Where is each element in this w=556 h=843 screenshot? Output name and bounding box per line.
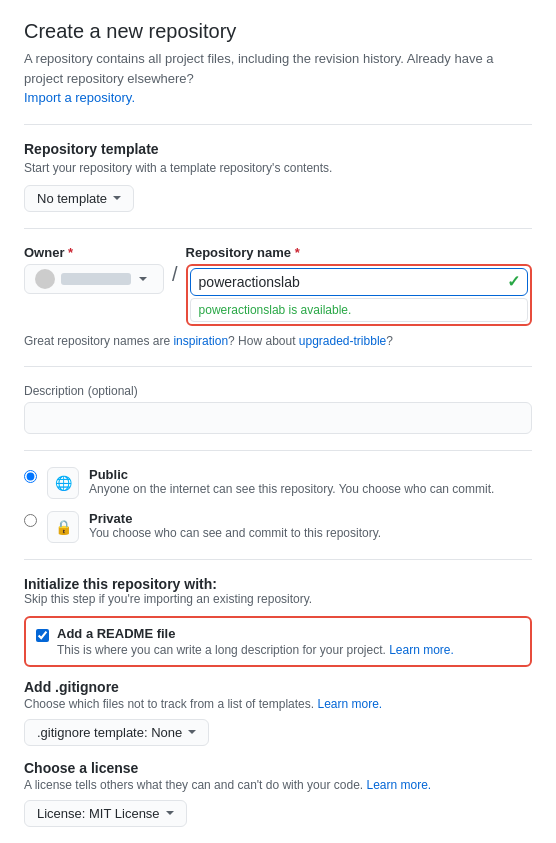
repo-name-input-wrap: ✓ (190, 268, 528, 296)
license-dropdown[interactable]: License: MIT License (24, 800, 187, 827)
gitignore-value: .gitignore template: None (37, 725, 182, 740)
owner-input[interactable] (24, 264, 164, 294)
public-text: Public Anyone on the internet can see th… (89, 467, 494, 496)
repo-name-input[interactable] (190, 268, 528, 296)
license-title: Choose a license (24, 760, 532, 776)
divider-5 (24, 559, 532, 560)
inspiration-link[interactable]: inspiration (173, 334, 228, 348)
owner-dropdown-icon (139, 277, 147, 281)
public-label: Public (89, 467, 494, 482)
gitignore-learn-more[interactable]: Learn more. (317, 697, 382, 711)
repo-name-outer-border: ✓ poweractionslab is available. (186, 264, 532, 326)
readme-desc: This is where you can write a long descr… (57, 643, 454, 657)
readme-learn-more[interactable]: Learn more. (389, 643, 454, 657)
license-desc: A license tells others what they can and… (24, 778, 532, 792)
template-desc: Start your repository with a template re… (24, 161, 532, 175)
description-section: Description (optional) (24, 383, 532, 434)
divider-2 (24, 228, 532, 229)
public-desc: Anyone on the internet can see this repo… (89, 482, 494, 496)
owner-name (61, 273, 131, 285)
visibility-options: 🌐 Public Anyone on the internet can see … (24, 467, 532, 543)
private-text: Private You choose who can see and commi… (89, 511, 381, 540)
template-label: Repository template (24, 141, 532, 157)
owner-avatar (35, 269, 55, 289)
divider-1 (24, 124, 532, 125)
gitignore-title: Add .gitignore (24, 679, 532, 695)
gitignore-section: Add .gitignore Choose which files not to… (24, 679, 532, 746)
private-label: Private (89, 511, 381, 526)
readme-box: Add a README file This is where you can … (24, 616, 532, 667)
readme-checkbox[interactable] (36, 629, 49, 642)
description-label: Description (optional) (24, 383, 532, 398)
readme-text: Add a README file This is where you can … (57, 626, 454, 657)
description-input[interactable] (24, 402, 532, 434)
private-radio[interactable] (24, 514, 37, 527)
template-section: Repository template Start your repositor… (24, 141, 532, 212)
license-caret-icon (166, 811, 174, 815)
license-section: Choose a license A license tells others … (24, 760, 532, 827)
license-learn-more[interactable]: Learn more. (367, 778, 432, 792)
initialize-section: Initialize this repository with: Skip th… (24, 576, 532, 827)
visibility-private-option: 🔒 Private You choose who can see and com… (24, 511, 532, 543)
private-desc: You choose who can see and commit to thi… (89, 526, 381, 540)
page-title: Create a new repository (24, 20, 532, 43)
import-link[interactable]: Import a repository. (24, 90, 135, 105)
owner-block: Owner * (24, 245, 164, 294)
initialize-label: Initialize this repository with: (24, 576, 217, 592)
public-radio[interactable] (24, 470, 37, 483)
page-subtitle: A repository contains all project files,… (24, 49, 532, 108)
availability-message: poweractionslab is available. (190, 298, 528, 322)
readme-row: Add a README file This is where you can … (36, 626, 520, 657)
slash-separator: / (172, 263, 178, 286)
template-dropdown[interactable]: No template (24, 185, 134, 212)
visibility-public-option: 🌐 Public Anyone on the internet can see … (24, 467, 532, 499)
repo-name-block: Repository name * ✓ poweractionslab is a… (186, 245, 532, 326)
divider-4 (24, 450, 532, 451)
repo-hint: Great repository names are inspiration? … (24, 332, 532, 350)
owner-repo-row: Owner * / Repository name * ✓ poweractio… (24, 245, 532, 326)
gitignore-dropdown[interactable]: .gitignore template: None (24, 719, 209, 746)
template-value: No template (37, 191, 107, 206)
template-caret-icon (113, 196, 121, 200)
readme-label: Add a README file (57, 626, 454, 641)
checkmark-icon: ✓ (507, 272, 520, 291)
initialize-desc: Skip this step if you're importing an ex… (24, 592, 532, 606)
owner-label: Owner * (24, 245, 164, 260)
private-icon: 🔒 (47, 511, 79, 543)
suggestion-link[interactable]: upgraded-tribble (299, 334, 386, 348)
gitignore-desc: Choose which files not to track from a l… (24, 697, 532, 711)
repo-name-label: Repository name * (186, 245, 532, 260)
public-icon: 🌐 (47, 467, 79, 499)
divider-3 (24, 366, 532, 367)
gitignore-caret-icon (188, 730, 196, 734)
license-value: License: MIT License (37, 806, 160, 821)
